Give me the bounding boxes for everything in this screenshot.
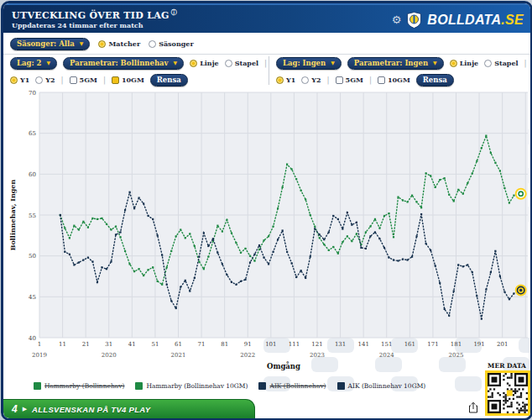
- radio-icon: [484, 60, 492, 67]
- radio-icon: [35, 76, 43, 84]
- svg-text:191: 191: [473, 341, 484, 348]
- svg-text:2021: 2021: [171, 352, 186, 359]
- chevron-down-icon: ▼: [174, 60, 178, 66]
- divider: [269, 56, 269, 85]
- app-window: UTVECKLING ÖVER TID LAGⓘ Uppdateras 24 t…: [1, 1, 532, 420]
- separator: |: [369, 76, 372, 84]
- checkbox-icon: [70, 76, 77, 84]
- chart-canvas: 4045505560657011121314151617181911011111…: [3, 87, 532, 381]
- left-rensa-button[interactable]: Rensa: [150, 74, 188, 87]
- left-radio-linje[interactable]: Linje: [190, 59, 218, 67]
- svg-text:65: 65: [29, 130, 36, 137]
- brand-logo: BOLLDATA.SE: [427, 13, 524, 28]
- checkbox-icon: [112, 76, 119, 84]
- separator: |: [264, 59, 267, 67]
- left-parametrar-dropdown[interactable]: Parametrar: Bollinnehav▼: [63, 57, 184, 70]
- svg-text:81: 81: [221, 341, 228, 348]
- svg-text:141: 141: [357, 341, 368, 348]
- checkbox-icon: [336, 76, 343, 84]
- svg-text:45: 45: [29, 294, 36, 301]
- legend-item[interactable]: AIK (Bollinnehav 10GM): [337, 382, 426, 390]
- svg-text:121: 121: [311, 341, 322, 348]
- banner-text: ALLSVENSKAN PÅ TV4 PLAY: [32, 405, 150, 414]
- legend-label: AIK (Bollinnehav): [269, 382, 326, 390]
- seasons-dropdown[interactable]: Säsonger: Alla▼: [10, 38, 90, 50]
- svg-text:91: 91: [244, 341, 252, 348]
- legend-label: Hammarby (Bollinnehav 10GM): [146, 382, 248, 390]
- chevron-down-icon: ▼: [331, 60, 335, 66]
- svg-text:55: 55: [29, 213, 36, 219]
- svg-text:2024: 2024: [379, 352, 394, 359]
- svg-text:171: 171: [427, 341, 438, 348]
- legend-label: Hammarby (Bollinnehav): [44, 382, 124, 390]
- radio-icon: [98, 40, 106, 48]
- svg-text:181: 181: [451, 341, 462, 348]
- left-radio-y1[interactable]: Y1: [10, 76, 29, 84]
- right-lag-dropdown[interactable]: Lag: Ingen▼: [276, 57, 342, 70]
- right-radio-y2[interactable]: Y2: [301, 76, 321, 84]
- svg-text:2022: 2022: [240, 352, 255, 359]
- bolldata-shield-icon: [407, 12, 421, 29]
- right-parameter-panel: Lag: Ingen▼ Parametrar: Ingen▼ Linje Sta…: [276, 55, 527, 87]
- svg-text:31: 31: [105, 341, 112, 348]
- radio-icon: [450, 60, 457, 67]
- svg-text:2019: 2019: [32, 352, 47, 359]
- svg-text:111: 111: [289, 341, 300, 348]
- right-rensa-button[interactable]: Rensa: [416, 74, 454, 87]
- radio-icon: [190, 60, 197, 67]
- radio-sasonger[interactable]: Säsonger: [149, 39, 194, 48]
- svg-text:60: 60: [29, 171, 36, 178]
- legend-item[interactable]: Hammarby (Bollinnehav 10GM): [135, 382, 248, 390]
- legend-swatch: [135, 382, 143, 390]
- radio-matcher[interactable]: Matcher: [98, 39, 140, 48]
- right-checkbox-5gm[interactable]: 5GM: [336, 76, 363, 84]
- svg-text:2023: 2023: [310, 352, 325, 359]
- svg-text:11: 11: [59, 341, 66, 348]
- play-icon: ▶: [23, 406, 27, 412]
- radio-icon: [301, 76, 309, 84]
- gear-icon[interactable]: ⚙: [392, 14, 402, 25]
- svg-text:1: 1: [38, 341, 41, 348]
- left-radio-y2[interactable]: Y2: [35, 76, 55, 84]
- right-parametrar-dropdown[interactable]: Parametrar: Ingen▼: [347, 57, 444, 70]
- svg-text:2020: 2020: [102, 352, 117, 359]
- separator: |: [103, 76, 106, 84]
- right-radio-y1[interactable]: Y1: [276, 76, 295, 84]
- left-checkbox-10gm[interactable]: 10GM: [112, 76, 144, 84]
- svg-text:201: 201: [497, 341, 508, 348]
- legend-swatch: [258, 382, 266, 390]
- chevron-down-icon: ▼: [433, 60, 437, 66]
- svg-text:131: 131: [335, 341, 346, 348]
- chevron-down-icon: ▼: [46, 60, 50, 66]
- radio-icon: [225, 60, 232, 67]
- divider: [3, 54, 530, 55]
- left-radio-stapel[interactable]: Stapel: [225, 59, 258, 67]
- left-checkbox-5gm[interactable]: 5GM: [70, 76, 97, 84]
- right-radio-stapel[interactable]: Stapel: [484, 59, 518, 67]
- tv4-logo-icon: 4: [12, 403, 18, 415]
- right-checkbox-10gm[interactable]: 10GM: [378, 76, 410, 84]
- line-chart: 4045505560657011121314151617181911011111…: [3, 87, 532, 381]
- legend-swatch: [34, 382, 41, 390]
- page-title: UTVECKLING ÖVER TID LAGⓘ: [12, 8, 177, 21]
- right-radio-linje[interactable]: Linje: [450, 59, 478, 67]
- legend-label: AIK (Bollinnehav 10GM): [348, 382, 426, 390]
- mer-data-label: MER DATA: [483, 362, 530, 370]
- chevron-down-icon: ▼: [80, 40, 84, 46]
- page-subtitle: Uppdateras 24 timmar efter match: [12, 21, 143, 29]
- radio-icon: [149, 40, 156, 48]
- legend-item[interactable]: AIK (Bollinnehav): [258, 382, 326, 390]
- share-icon[interactable]: [468, 402, 478, 413]
- header-bar: UTVECKLING ÖVER TID LAGⓘ Uppdateras 24 t…: [3, 3, 530, 33]
- left-parameter-panel: Lag: 2▼ Parametrar: Bollinnehav▼ Linje S…: [10, 55, 267, 87]
- filter-controls: Säsonger: Alla▼ Matcher Säsonger Lag: 2▼…: [3, 33, 530, 87]
- legend-swatch: [337, 382, 345, 390]
- svg-text:70: 70: [29, 90, 36, 97]
- qr-code: [485, 370, 530, 416]
- svg-text:Bollinnehav, Ingen: Bollinnehav, Ingen: [8, 180, 17, 251]
- legend-item[interactable]: Hammarby (Bollinnehav): [34, 382, 124, 390]
- svg-text:51: 51: [151, 341, 159, 348]
- svg-text:Omgång: Omgång: [267, 361, 300, 370]
- left-lag-dropdown[interactable]: Lag: 2▼: [10, 57, 57, 70]
- info-icon[interactable]: ⓘ: [171, 8, 177, 16]
